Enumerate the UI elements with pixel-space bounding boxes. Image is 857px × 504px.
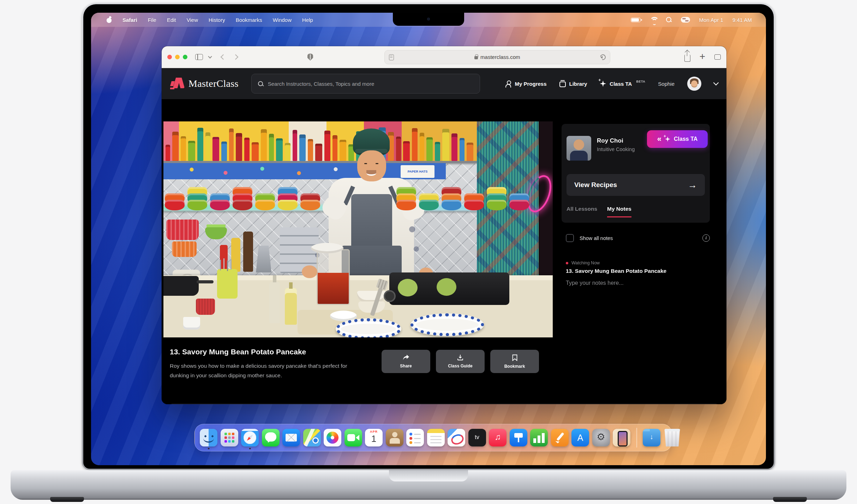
video-scene-pan	[163, 276, 199, 296]
instructor-thumbnail[interactable]	[567, 136, 591, 161]
download-icon	[457, 354, 463, 361]
dock-item-tv[interactable]: tv	[468, 429, 486, 446]
notes-input[interactable]: Type your notes here...	[566, 280, 710, 286]
dock-item-freeform[interactable]	[448, 429, 465, 446]
nav-library[interactable]: Library	[559, 80, 587, 87]
video-scene-bottle	[252, 142, 259, 161]
nav-library-label: Library	[569, 81, 587, 87]
video-scene-hand	[302, 265, 317, 278]
video-scene-bottle	[276, 138, 283, 161]
masterclass-logo[interactable]: MasterClass	[170, 77, 239, 90]
menu-item-help[interactable]: Help	[302, 17, 313, 23]
dock-item-calendar[interactable]: APR1	[365, 429, 383, 446]
dock-item-contacts[interactable]	[386, 429, 403, 446]
menu-item-window[interactable]: Window	[273, 17, 292, 23]
nav-class-ta[interactable]: Class TA BETA	[600, 80, 645, 87]
address-bar[interactable]: masterclass.com	[384, 50, 610, 64]
video-scene-bottle	[166, 145, 170, 161]
spotlight-search-icon[interactable]	[666, 17, 672, 23]
video-scene-red-cup	[196, 299, 215, 315]
menu-item-safari[interactable]: Safari	[122, 17, 137, 23]
dock-item-keynote[interactable]	[510, 429, 527, 446]
video-scene-bottle	[172, 132, 179, 161]
video-scene-bowl	[487, 200, 507, 210]
dock-item-notes[interactable]	[427, 429, 445, 446]
video-scene-bottle	[420, 133, 424, 161]
video-scene-bowl	[165, 200, 185, 210]
reload-icon[interactable]	[599, 53, 607, 61]
macbook-base	[11, 470, 846, 500]
site-nav: My Progress Library Class TA BETA	[505, 77, 718, 91]
tab-my-notes[interactable]: My Notes	[607, 206, 631, 217]
dock-item-messages[interactable]	[262, 429, 280, 446]
dock-item-facetime[interactable]	[344, 429, 362, 446]
dock-item-iphone[interactable]	[613, 429, 630, 446]
apple-menu-icon[interactable]	[107, 17, 112, 23]
menu-bar-clock[interactable]: 9:41 AM	[732, 17, 752, 23]
video-scene-bottle	[467, 143, 473, 161]
dock-item-pages[interactable]	[551, 429, 569, 446]
forward-button[interactable]	[233, 54, 239, 60]
control-center-icon[interactable]	[681, 17, 690, 23]
dock-item-reminders[interactable]	[406, 429, 424, 446]
share-button[interactable]: Share	[382, 350, 430, 373]
menu-item-history[interactable]: History	[209, 17, 225, 23]
close-window-button[interactable]	[167, 55, 172, 59]
nav-my-progress[interactable]: My Progress	[505, 80, 546, 87]
video-scene-bowl	[233, 200, 252, 210]
dock-item-launchpad[interactable]	[221, 429, 238, 446]
privacy-shield-icon[interactable]	[307, 54, 313, 61]
dock-item-maps[interactable]	[303, 429, 321, 446]
minimize-window-button[interactable]	[175, 55, 180, 59]
dock-item-mail[interactable]	[282, 429, 300, 446]
sparkle-icon	[600, 80, 606, 87]
video-scene-face	[357, 150, 386, 181]
dock-item-settings[interactable]: ⚙	[592, 429, 610, 446]
dock-item-safari[interactable]	[241, 429, 259, 446]
dock-item-numbers[interactable]	[530, 429, 548, 446]
menu-item-edit[interactable]: Edit	[167, 17, 176, 23]
video-scene-bowl	[210, 200, 230, 210]
info-icon[interactable]	[702, 234, 710, 242]
menu-bar-date[interactable]: Mon Apr 1	[699, 17, 723, 23]
view-recipes-button[interactable]: View Recipes →	[567, 174, 705, 196]
video-scene-bottle	[188, 141, 195, 161]
reader-page-icon[interactable]	[389, 54, 394, 60]
menu-item-view[interactable]: View	[187, 17, 198, 23]
tab-overview-icon[interactable]	[714, 54, 721, 60]
video-scene-bottle	[396, 137, 401, 161]
library-icon	[559, 82, 566, 87]
new-tab-icon[interactable]	[700, 53, 705, 61]
class-ta-collapse-button[interactable]: Class TA	[647, 130, 708, 148]
user-avatar[interactable]	[687, 77, 701, 91]
sidebar-toggle-icon[interactable]	[195, 54, 203, 60]
video-scene-bottle	[460, 138, 465, 161]
wifi-icon[interactable]	[650, 17, 657, 23]
video-scene-bottle	[212, 137, 219, 161]
dock-item-finder[interactable]	[200, 429, 217, 446]
share-icon[interactable]	[684, 55, 690, 62]
menu-item-bookmarks[interactable]: Bookmarks	[236, 17, 262, 23]
back-button[interactable]	[221, 54, 226, 60]
dock-item-downloads[interactable]: ↓	[643, 429, 660, 446]
collapse-chevrons-icon	[657, 134, 661, 144]
bookmark-button[interactable]: Bookmark	[490, 350, 539, 373]
sidebar-chevron-icon[interactable]	[208, 54, 212, 58]
video-scene-glass-bottle	[269, 282, 280, 323]
dock-item-trash[interactable]	[664, 429, 681, 446]
nav-user[interactable]: Sophie	[658, 81, 675, 87]
dock-item-appstore[interactable]: A	[571, 429, 589, 446]
dock-item-music[interactable]: ♫	[489, 429, 507, 446]
tab-all-lessons[interactable]: All Lessons	[567, 206, 597, 217]
zoom-window-button[interactable]	[183, 55, 187, 59]
menu-item-file[interactable]: File	[148, 17, 156, 23]
dock-item-photos[interactable]	[324, 429, 341, 446]
video-player[interactable]: PAPER HATS	[163, 121, 553, 337]
person-icon	[505, 80, 511, 87]
site-search-input[interactable]: Search Instructors, Classes, Topics and …	[251, 74, 480, 94]
class-guide-button[interactable]: Class Guide	[436, 350, 485, 373]
battery-icon[interactable]	[631, 18, 641, 22]
show-all-notes-checkbox[interactable]	[566, 234, 574, 242]
account-chevron-down-icon[interactable]	[713, 80, 719, 86]
notes-section: Show all notes Watching Now 13. Savory M…	[566, 234, 710, 286]
